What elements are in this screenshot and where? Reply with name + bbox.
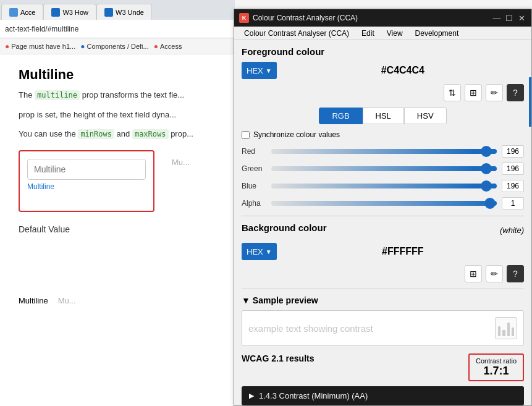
foreground-format-label: HEX xyxy=(247,66,263,75)
default-value-label: Default Value xyxy=(19,224,216,234)
minimize-button[interactable]: — xyxy=(492,13,502,23)
address-text: act-text-field/#multiline xyxy=(5,25,78,33)
wcag-results-row: WCAG 2.1 results Contrast ratio 1.7:1 xyxy=(242,353,524,381)
contrast-ratio-box: Contrast ratio 1.7:1 xyxy=(468,353,524,381)
background-white-label: (white) xyxy=(500,226,524,235)
demo-input-box: Multiline xyxy=(19,150,154,212)
slider-blue-value[interactable]: 196 xyxy=(502,180,524,192)
tab-hsv[interactable]: HSV xyxy=(404,108,447,124)
browser-tab-w3unde[interactable]: W3 Unde xyxy=(96,4,152,20)
background-section-title: Background colour xyxy=(242,222,327,233)
bookmark-access[interactable]: ● Access xyxy=(154,42,182,51)
contrast-ratio-label: Contrast ratio xyxy=(476,357,517,365)
background-format-dropdown[interactable]: HEX ▼ xyxy=(242,243,277,260)
background-tool-row: ⊞ ✏ ? xyxy=(242,265,524,282)
slider-alpha-row: Alpha 1 xyxy=(242,197,524,209)
demo-area: Multiline Mu... xyxy=(19,150,216,212)
tab-rgb[interactable]: RGB xyxy=(319,108,362,124)
slider-blue-label: Blue xyxy=(242,182,266,190)
foreground-format-dropdown[interactable]: HEX ▼ xyxy=(242,62,277,79)
bookmark-icon-1: ● xyxy=(80,42,85,51)
chart-bar-4 xyxy=(512,328,514,336)
bg-eyedropper-button[interactable]: ✏ xyxy=(486,265,503,282)
cca-body: Foreground colour HEX ▼ #C4C4C4 ⇅ ⊞ ✏ ? … xyxy=(234,40,531,405)
demo-input-label: Multiline xyxy=(27,182,146,191)
menu-view[interactable]: View xyxy=(382,28,408,39)
foreground-color-input-row: HEX ▼ #C4C4C4 xyxy=(242,62,524,79)
slider-red-track[interactable] xyxy=(271,149,497,154)
bookmark-label-0: Page must have h1... xyxy=(11,43,75,50)
background-format-label: HEX xyxy=(247,247,263,256)
sample-preview-text: example text showing contrast xyxy=(248,323,373,334)
cca-titlebar: K Colour Contrast Analyser (CCA) — ☐ ✕ xyxy=(234,9,531,27)
color-mode-tabs: RGB HSL HSV xyxy=(242,108,524,124)
tab-favicon-w3unde xyxy=(104,8,113,17)
slider-green-track[interactable] xyxy=(271,166,497,171)
webpage-content: Multiline The multiline prop transforms … xyxy=(0,54,235,406)
sync-row: Synchronize colour values xyxy=(242,130,524,139)
demo-box2: Mu... xyxy=(164,150,197,174)
bg-help-button[interactable]: ? xyxy=(507,265,524,282)
sync-checkbox[interactable] xyxy=(242,131,250,139)
slider-alpha-value[interactable]: 1 xyxy=(502,197,524,209)
chart-icon xyxy=(495,317,517,339)
cca-window-controls: — ☐ ✕ xyxy=(492,13,526,23)
wcag-section-title: WCAG 2.1 results xyxy=(242,353,314,363)
background-hex-value: #FFFFFF xyxy=(282,246,524,257)
chart-bar-2 xyxy=(502,330,505,336)
demo-mu-label: Mu... xyxy=(172,158,190,167)
slider-green-thumb xyxy=(481,163,492,174)
bottom-multiline-label: Multiline xyxy=(19,296,48,305)
close-button[interactable]: ✕ xyxy=(517,13,526,23)
help-button[interactable]: ? xyxy=(507,84,524,101)
accordion-arrow-icon: ▶ xyxy=(249,392,254,400)
slider-green-row: Green 196 xyxy=(242,163,524,175)
sample-preview-header[interactable]: ▼ Sample preview xyxy=(242,295,524,305)
eyedropper-button[interactable]: ✏ xyxy=(486,84,503,101)
slider-alpha-thumb xyxy=(484,198,496,209)
bg-adjust-button[interactable]: ⊞ xyxy=(465,265,482,282)
adjust-colors-button[interactable]: ⊞ xyxy=(465,84,482,101)
foreground-hex-value: #C4C4C4 xyxy=(282,65,524,76)
separator-2 xyxy=(242,289,524,289)
address-bar[interactable]: act-text-field/#multiline xyxy=(0,20,235,38)
slider-alpha-track[interactable] xyxy=(271,201,497,206)
browser-tab-acce[interactable]: Acce xyxy=(1,4,43,20)
cca-accent-bar xyxy=(529,77,531,127)
slider-green-value[interactable]: 196 xyxy=(502,163,524,175)
demo-multiline-input[interactable] xyxy=(27,159,146,180)
sample-preview-label: Sample preview xyxy=(253,295,318,305)
tab-label-w3how: W3 How xyxy=(62,9,88,16)
wcag-accordion-item[interactable]: ▶ 1.4.3 Contrast (Minimum) (AA) xyxy=(242,386,524,405)
slider-alpha-label: Alpha xyxy=(242,199,266,208)
bookmark-page-must-have[interactable]: ● Page must have h1... xyxy=(5,42,75,51)
menu-development[interactable]: Development xyxy=(410,28,464,39)
slider-blue-thumb xyxy=(481,180,492,192)
background-title-row: Background colour (white) xyxy=(242,222,524,238)
slider-green-label: Green xyxy=(242,164,266,173)
slider-red-value[interactable]: 196 xyxy=(502,145,524,158)
code-multiline: multiline xyxy=(35,90,80,100)
bookmark-label-2: Access xyxy=(160,43,182,50)
menu-edit[interactable]: Edit xyxy=(357,28,379,39)
chart-bar-3 xyxy=(507,323,510,336)
bookmark-components[interactable]: ● Components / Defi... xyxy=(80,42,149,51)
menu-cca[interactable]: Colour Contrast Analyser (CCA) xyxy=(239,28,354,39)
restore-button[interactable]: ☐ xyxy=(504,13,514,23)
slider-blue-track[interactable] xyxy=(271,184,497,188)
separator-1 xyxy=(242,216,524,216)
tab-hsl[interactable]: HSL xyxy=(363,108,404,124)
code-minrows: minRows xyxy=(78,129,114,139)
cca-logo-icon: K xyxy=(239,13,249,23)
page-heading: Multiline xyxy=(19,67,216,83)
code-maxrows: maxRows xyxy=(132,129,169,139)
foreground-section-title: Foreground colour xyxy=(242,46,524,57)
contrast-ratio-value: 1.7:1 xyxy=(476,365,517,378)
browser-tab-w3how[interactable]: W3 How xyxy=(43,4,96,20)
tab-favicon-acce xyxy=(9,8,18,17)
sample-preview-area: example text showing contrast xyxy=(242,310,524,346)
swap-colors-button[interactable]: ⇅ xyxy=(444,84,461,101)
tab-label-w3unde: W3 Unde xyxy=(116,9,144,16)
cca-window: K Colour Contrast Analyser (CCA) — ☐ ✕ C… xyxy=(234,9,532,406)
sync-label: Synchronize colour values xyxy=(253,130,340,139)
